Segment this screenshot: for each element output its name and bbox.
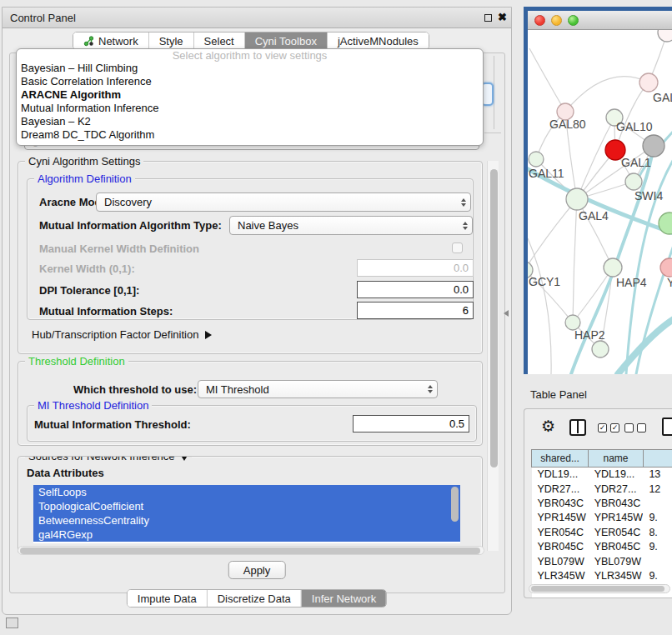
tab-cyni-toolbox[interactable]: Cyni Toolbox bbox=[244, 32, 327, 49]
control-panel-window: Control Panel ✖ Network Style Select Cyn… bbox=[2, 7, 512, 615]
algorithm-dropdown-popup: Select algorithm to view settings Bayesi… bbox=[16, 48, 484, 146]
network-node[interactable] bbox=[639, 73, 658, 92]
table-horizontal-scrollbar[interactable] bbox=[529, 584, 670, 593]
table-row[interactable]: YLR345WYLR345W9. bbox=[532, 568, 672, 582]
select-all-columns-icon[interactable]: ✓✓ bbox=[598, 423, 619, 432]
close-traffic-light-icon[interactable] bbox=[534, 15, 545, 26]
attribute-item[interactable]: gal4RGexp bbox=[33, 528, 460, 542]
groupbox-edge-fragment bbox=[484, 132, 501, 133]
network-node[interactable] bbox=[658, 30, 672, 42]
hub-definition-toggle[interactable]: Hub/Transcription Factor Definition bbox=[32, 328, 212, 341]
node-label: HAP4 bbox=[616, 276, 647, 289]
popup-item-selected[interactable]: ARACNE Algorithm bbox=[17, 88, 483, 102]
aracne-mode-combo[interactable]: Discovery bbox=[96, 192, 471, 212]
data-attributes-label: Data Attributes bbox=[27, 467, 104, 479]
threshold-definition-group: Threshold Definition Which threshold to … bbox=[18, 361, 483, 446]
apply-button[interactable]: Apply bbox=[228, 561, 286, 579]
network-node[interactable] bbox=[592, 341, 609, 358]
which-threshold-combo[interactable]: MI Threshold bbox=[198, 380, 438, 398]
scrollbar-thumb[interactable] bbox=[490, 169, 498, 468]
group-title: MI Threshold Definition bbox=[34, 399, 152, 412]
network-canvas[interactable]: GAL80 GAL10 GAL1 GAL11 SWI4 GAL4 GCY1 HA… bbox=[528, 30, 672, 374]
mi-threshold-label: Mutual Information Threshold: bbox=[34, 418, 191, 431]
column-header-name[interactable]: name bbox=[589, 450, 644, 468]
popup-item[interactable]: Basic Correlation Inference bbox=[17, 75, 483, 88]
settings-vertical-scrollbar[interactable] bbox=[487, 161, 499, 551]
close-icon[interactable]: ✖ bbox=[498, 11, 507, 23]
popup-item[interactable]: Dream8 DC_TDC Algorithm bbox=[17, 128, 483, 142]
network-node-gal11[interactable] bbox=[529, 152, 544, 167]
table-row[interactable]: YBL079WYBL079W bbox=[532, 554, 672, 568]
settings-horizontal-scrollbar[interactable] bbox=[18, 546, 484, 555]
scrollbar-thumb[interactable] bbox=[20, 548, 480, 554]
sources-group: Sources for Network Inference Data Attri… bbox=[18, 456, 483, 552]
node-label: GAL80 bbox=[549, 118, 586, 131]
mi-steps-field[interactable]: 6 bbox=[357, 302, 474, 319]
mi-type-combo[interactable]: Naive Bayes bbox=[229, 216, 473, 235]
network-window-titlebar[interactable] bbox=[528, 11, 672, 30]
node-label: GAL11 bbox=[529, 167, 564, 180]
sources-toggle[interactable]: Sources for Network Inference bbox=[25, 456, 192, 462]
node-label: Y bbox=[667, 276, 672, 289]
tab-impute-data[interactable]: Impute Data bbox=[128, 590, 207, 607]
attribute-item[interactable]: SelfLoops bbox=[33, 485, 460, 499]
list-scrollbar[interactable] bbox=[451, 487, 459, 540]
table-row[interactable]: YPR145WYPR145W9. bbox=[532, 511, 672, 525]
float-panel-icon[interactable] bbox=[6, 618, 18, 628]
table-row[interactable]: YER054CYER054C8. bbox=[532, 525, 672, 539]
tab-select[interactable]: Select bbox=[193, 32, 244, 49]
expanded-arrow-icon bbox=[180, 456, 188, 461]
kernel-width-field[interactable]: 0.0 bbox=[357, 259, 474, 277]
table-row[interactable]: YBR043CYBR043C bbox=[532, 496, 672, 510]
group-title: Algorithm Definition bbox=[34, 172, 135, 185]
combo-stepper-icon bbox=[461, 198, 466, 207]
popup-item[interactable]: Mutual Information Inference bbox=[17, 102, 483, 115]
collapsed-arrow-icon bbox=[205, 331, 212, 339]
tab-infer-network[interactable]: Infer Network bbox=[301, 590, 386, 607]
mi-steps-label: Mutual Information Steps: bbox=[39, 305, 173, 318]
mi-threshold-definition-group: MI Threshold Definition Mutual Informati… bbox=[27, 405, 477, 442]
attribute-item[interactable]: BetweennessCentrality bbox=[33, 513, 460, 528]
document-icon[interactable] bbox=[662, 418, 672, 436]
network-icon bbox=[83, 36, 94, 47]
table-row[interactable]: YDR27...YDR27...12 bbox=[532, 482, 672, 496]
manual-kernel-checkbox[interactable] bbox=[452, 242, 463, 253]
popup-item[interactable]: Bayesian – K2 bbox=[17, 115, 483, 128]
scrollbar-thumb[interactable] bbox=[531, 586, 664, 592]
table-row[interactable]: YBR045CYBR045C9. bbox=[532, 539, 672, 553]
zoom-traffic-light-icon[interactable] bbox=[568, 15, 579, 26]
popup-header: Select algorithm to view settings bbox=[17, 49, 483, 62]
mi-threshold-field[interactable]: 0.5 bbox=[353, 415, 469, 432]
network-node[interactable] bbox=[660, 258, 672, 277]
table-panel: ⚙ ✓✓ shared... name YDL19...YDL19...13 Y… bbox=[524, 408, 672, 598]
tab-jactivemnodules[interactable]: jActiveMNodules bbox=[327, 32, 429, 49]
kernel-width-label: Kernel Width (0,1): bbox=[39, 262, 135, 275]
minimize-traffic-light-icon[interactable] bbox=[551, 15, 562, 26]
network-node-gray[interactable] bbox=[643, 135, 664, 157]
node-label: HAP2 bbox=[574, 328, 605, 342]
attribute-item[interactable]: TopologicalCoefficient bbox=[33, 499, 460, 513]
network-node-hap4[interactable] bbox=[604, 258, 622, 277]
group-title: Cyni Algorithm Settings bbox=[25, 155, 143, 168]
columns-icon[interactable] bbox=[569, 419, 586, 436]
tab-style[interactable]: Style bbox=[148, 32, 193, 49]
dpi-tolerance-field[interactable]: 0.0 bbox=[357, 281, 474, 298]
table-toolbar: ⚙ ✓✓ bbox=[524, 409, 672, 446]
combo-stepper-icon bbox=[428, 385, 433, 393]
column-header-shared-name[interactable]: shared... bbox=[532, 450, 589, 468]
network-node-gal1[interactable] bbox=[625, 173, 642, 190]
algorithm-definition-group: Algorithm Definition Aracne Mode: Discov… bbox=[27, 178, 474, 320]
float-window-icon[interactable] bbox=[484, 14, 492, 22]
table-row[interactable]: YDL19...YDL19...13 bbox=[532, 468, 672, 482]
dpi-tolerance-label: DPI Tolerance [0,1]: bbox=[39, 284, 139, 297]
which-threshold-value: MI Threshold bbox=[206, 383, 269, 396]
popup-item[interactable]: Bayesian – Hill Climbing bbox=[17, 62, 483, 75]
column-header-clipped[interactable] bbox=[643, 450, 672, 468]
tab-discretize-data[interactable]: Discretize Data bbox=[207, 590, 301, 607]
network-node-gal4[interactable] bbox=[566, 188, 588, 210]
group-title: Threshold Definition bbox=[25, 355, 128, 368]
tab-network[interactable]: Network bbox=[73, 32, 148, 49]
deselect-all-columns-icon[interactable] bbox=[624, 423, 646, 432]
network-view-window[interactable]: GAL80 GAL10 GAL1 GAL11 SWI4 GAL4 GCY1 HA… bbox=[524, 7, 672, 374]
gear-icon[interactable]: ⚙ bbox=[541, 417, 555, 436]
